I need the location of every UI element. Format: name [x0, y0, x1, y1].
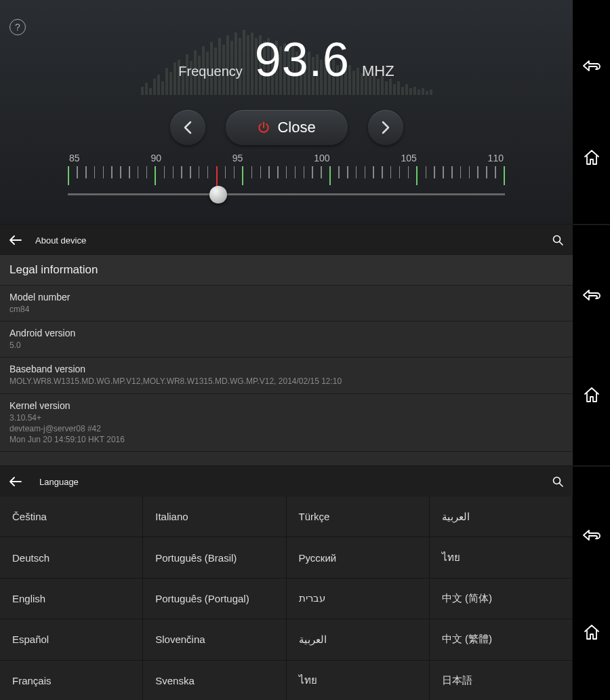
- frequency-unit: MHZ: [362, 62, 394, 80]
- search-icon[interactable]: [552, 235, 563, 246]
- frequency-dial[interactable]: 859095100105110: [68, 153, 505, 195]
- next-button[interactable]: [368, 110, 403, 145]
- info-value: 3.10.54+ devteam-j@server08 #42 Mon Jun …: [9, 412, 563, 446]
- language-option[interactable]: العربية: [287, 619, 430, 660]
- back-arrow-icon[interactable]: [9, 235, 22, 245]
- language-option[interactable]: 中文 (简体): [430, 579, 573, 619]
- info-value: MOLY.WR8.W1315.MD.WG.MP.V12,MOLY.WR8.W13…: [9, 376, 563, 387]
- language-option[interactable]: Русский: [287, 537, 430, 578]
- home-icon[interactable]: [583, 623, 601, 641]
- dial-label: 85: [69, 153, 80, 163]
- back-arrow-icon[interactable]: [9, 477, 22, 486]
- language-option[interactable]: 中文 (繁體): [430, 619, 573, 660]
- language-option[interactable]: Français: [0, 661, 143, 700]
- chevron-right-icon: [381, 121, 390, 134]
- chevron-left-icon: [183, 121, 192, 134]
- language-option[interactable]: Svenska: [143, 661, 286, 700]
- info-label: Baseband version: [9, 364, 563, 374]
- info-label: Kernel version: [9, 400, 563, 411]
- search-icon[interactable]: [552, 476, 563, 487]
- language-option[interactable]: Čeština: [0, 497, 143, 537]
- back-icon[interactable]: [582, 287, 601, 303]
- dial-label: 105: [401, 153, 416, 163]
- info-row[interactable]: Baseband versionMOLY.WR8.W1315.MD.WG.MP.…: [0, 357, 573, 393]
- language-header: Language: [0, 467, 573, 497]
- language-option[interactable]: English: [0, 579, 143, 619]
- language-option[interactable]: العربية: [430, 497, 573, 537]
- legal-information-row[interactable]: Legal information: [0, 255, 573, 286]
- language-option[interactable]: Türkçe: [287, 497, 430, 537]
- close-button[interactable]: Close: [226, 110, 348, 145]
- language-option[interactable]: Español: [0, 619, 143, 660]
- language-option[interactable]: עברית: [287, 579, 430, 619]
- language-option[interactable]: 日本語: [430, 661, 573, 700]
- language-panel: Language ČeštinaItalianoTürkçeالعربيةDeu…: [0, 467, 610, 700]
- dial-label: 95: [232, 153, 243, 163]
- frequency-label: Frequency: [178, 64, 243, 79]
- language-option[interactable]: ไทย: [287, 661, 430, 700]
- back-icon[interactable]: [582, 527, 601, 543]
- about-title: About device: [35, 235, 86, 246]
- language-option[interactable]: Deutsch: [0, 537, 143, 578]
- radio-panel: ? Frequency 93.6 MHZ Close: [0, 0, 610, 224]
- language-option[interactable]: Italiano: [143, 497, 286, 537]
- info-value: 5.0: [9, 340, 563, 351]
- frequency-value: 93.6: [255, 33, 350, 87]
- info-label: Model number: [9, 292, 563, 303]
- about-panel: About device Legal information Model num…: [0, 225, 610, 465]
- back-icon[interactable]: [582, 58, 601, 74]
- info-row[interactable]: Kernel version3.10.54+ devteam-j@server0…: [0, 394, 573, 452]
- dial-label: 90: [150, 153, 161, 163]
- close-label: Close: [277, 119, 315, 136]
- info-label: Android version: [9, 328, 563, 338]
- side-nav: [573, 0, 610, 224]
- prev-button[interactable]: [170, 110, 205, 145]
- power-icon: [257, 121, 270, 134]
- slider-knob[interactable]: [209, 186, 227, 203]
- frequency-display: Frequency 93.6 MHZ: [0, 33, 573, 87]
- language-option[interactable]: ไทย: [430, 537, 573, 578]
- info-row[interactable]: Android version5.0: [0, 322, 573, 357]
- language-option[interactable]: Português (Brasil): [143, 537, 286, 578]
- about-header: About device: [0, 225, 573, 255]
- home-icon[interactable]: [583, 149, 601, 166]
- language-title: Language: [39, 477, 79, 487]
- dial-label: 100: [314, 153, 329, 163]
- language-option[interactable]: Português (Portugal): [143, 579, 286, 619]
- side-nav: [573, 225, 610, 465]
- language-option[interactable]: Slovenčina: [143, 619, 286, 660]
- home-icon[interactable]: [583, 386, 601, 404]
- side-nav: [573, 467, 610, 700]
- info-row[interactable]: Model numbercm84: [0, 286, 573, 322]
- dial-label: 110: [488, 153, 504, 163]
- info-value: cm84: [9, 304, 563, 315]
